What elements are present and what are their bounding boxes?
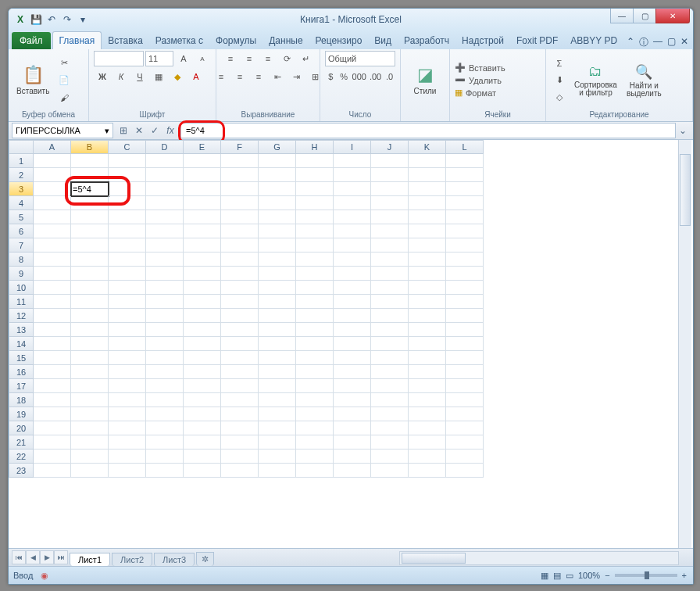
cell-D8[interactable]	[146, 253, 184, 267]
cell-B11[interactable]	[71, 295, 109, 309]
cell-G1[interactable]	[259, 154, 296, 168]
col-header-A[interactable]: A	[34, 140, 71, 154]
cell-J22[interactable]	[371, 450, 409, 464]
cell-E12[interactable]	[184, 309, 221, 323]
cell-C23[interactable]	[109, 464, 146, 478]
maximize-button[interactable]: ▢	[633, 9, 656, 23]
cell-K19[interactable]	[409, 407, 446, 421]
cell-J9[interactable]	[371, 267, 409, 281]
cell-D20[interactable]	[146, 421, 184, 435]
name-box[interactable]: ГИПЕРССЫЛКА▾	[12, 123, 113, 138]
cell-I17[interactable]	[334, 379, 371, 393]
cell-D3[interactable]	[146, 182, 184, 196]
cell-C20[interactable]	[109, 421, 146, 435]
col-header-L[interactable]: L	[446, 140, 484, 154]
col-header-I[interactable]: I	[334, 140, 371, 154]
cell-B4[interactable]	[71, 196, 109, 210]
fill-color-button[interactable]: ◆	[169, 69, 186, 84]
format-cells-button[interactable]: ▦Формат	[455, 88, 505, 98]
cell-C19[interactable]	[109, 407, 146, 421]
row-header-6[interactable]: 6	[9, 224, 34, 238]
sort-filter-button[interactable]: 🗂Сортировка и фильтр	[571, 62, 620, 98]
cell-E20[interactable]	[184, 421, 221, 435]
align-bot-button[interactable]: ≡	[259, 51, 277, 66]
cell-C9[interactable]	[109, 267, 146, 281]
cell-E16[interactable]	[184, 365, 221, 379]
row-header-19[interactable]: 19	[9, 407, 34, 421]
cell-L22[interactable]	[446, 450, 484, 464]
cell-K16[interactable]	[409, 365, 446, 379]
cell-H1[interactable]	[296, 154, 334, 168]
cell-B8[interactable]	[71, 253, 109, 267]
row-header-20[interactable]: 20	[9, 421, 34, 435]
cell-G8[interactable]	[259, 253, 296, 267]
bold-button[interactable]: Ж	[94, 69, 111, 84]
cell-E7[interactable]	[184, 238, 221, 253]
cell-F18[interactable]	[221, 393, 259, 407]
cell-H3[interactable]	[296, 182, 334, 196]
cell-F6[interactable]	[221, 224, 259, 238]
dec-dec-button[interactable]: .0	[384, 69, 395, 84]
cell-K4[interactable]	[409, 196, 446, 210]
row-header-8[interactable]: 8	[9, 253, 34, 267]
cell-F5[interactable]	[221, 210, 259, 224]
cell-L19[interactable]	[446, 407, 484, 421]
view-pagebreak-button[interactable]: ▭	[566, 571, 573, 581]
cell-A1[interactable]	[34, 154, 71, 168]
cell-H11[interactable]	[296, 295, 334, 309]
sheet-tab-1[interactable]: Лист1	[70, 553, 110, 566]
cell-H5[interactable]	[296, 210, 334, 224]
cell-K5[interactable]	[409, 210, 446, 224]
sheet-nav-first[interactable]: ⏮	[12, 550, 26, 564]
cell-G13[interactable]	[259, 323, 296, 337]
grow-font-button[interactable]: A	[175, 51, 192, 66]
cell-D4[interactable]	[146, 196, 184, 210]
cell-I3[interactable]	[334, 182, 371, 196]
cell-H8[interactable]	[296, 253, 334, 267]
cell-A23[interactable]	[34, 464, 71, 478]
cell-A19[interactable]	[34, 407, 71, 421]
cell-A15[interactable]	[34, 351, 71, 365]
cell-L20[interactable]	[446, 421, 484, 435]
cell-F22[interactable]	[221, 450, 259, 464]
cell-F11[interactable]	[221, 295, 259, 309]
cell-H12[interactable]	[296, 309, 334, 323]
cell-K20[interactable]	[409, 421, 446, 435]
cell-G7[interactable]	[259, 238, 296, 253]
cell-E8[interactable]	[184, 253, 221, 267]
tab-foxit[interactable]: Foxit PDF	[510, 32, 564, 49]
cell-B18[interactable]	[71, 393, 109, 407]
cell-G17[interactable]	[259, 379, 296, 393]
cell-B15[interactable]	[71, 351, 109, 365]
row-header-11[interactable]: 11	[9, 295, 34, 309]
cell-D23[interactable]	[146, 464, 184, 478]
cell-B7[interactable]	[71, 238, 109, 253]
cell-J2[interactable]	[371, 168, 409, 182]
cell-K22[interactable]	[409, 450, 446, 464]
cell-F7[interactable]	[221, 238, 259, 253]
redo-icon[interactable]: ↷	[60, 13, 74, 27]
cell-E23[interactable]	[184, 464, 221, 478]
cell-E5[interactable]	[184, 210, 221, 224]
cell-G15[interactable]	[259, 351, 296, 365]
cut-button[interactable]: ✂	[55, 56, 73, 71]
font-name-select[interactable]	[94, 51, 144, 66]
zoom-level[interactable]: 100%	[578, 571, 600, 580]
cell-E4[interactable]	[184, 196, 221, 210]
cell-B3[interactable]: =5^4	[71, 182, 109, 196]
cell-F13[interactable]	[221, 323, 259, 337]
cell-B14[interactable]	[71, 337, 109, 351]
macro-rec-icon[interactable]: ◉	[41, 571, 48, 581]
paste-button[interactable]: 📋Вставить	[13, 63, 52, 97]
cell-C8[interactable]	[109, 253, 146, 267]
cell-A8[interactable]	[34, 253, 71, 267]
cell-J21[interactable]	[371, 435, 409, 450]
cell-G9[interactable]	[259, 267, 296, 281]
cell-J11[interactable]	[371, 295, 409, 309]
cell-B21[interactable]	[71, 435, 109, 450]
cell-K17[interactable]	[409, 379, 446, 393]
tab-abbyy[interactable]: ABBYY PD	[564, 32, 623, 49]
tab-review[interactable]: Рецензиро	[309, 32, 369, 49]
cell-L10[interactable]	[446, 281, 484, 295]
cell-D1[interactable]	[146, 154, 184, 168]
